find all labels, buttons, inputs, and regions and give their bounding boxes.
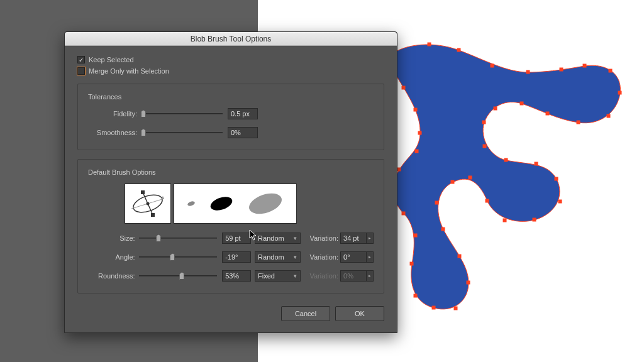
keep-selected-row: Keep Selected bbox=[77, 56, 384, 63]
size-variation-value[interactable]: 34 pt bbox=[340, 233, 367, 244]
svg-rect-32 bbox=[410, 262, 413, 265]
svg-rect-7 bbox=[609, 69, 612, 72]
angle-variation-value[interactable]: 0° bbox=[340, 251, 367, 263]
dialog-titlebar[interactable]: Blob Brush Tool Options bbox=[65, 32, 397, 46]
fidelity-label: Fidelity: bbox=[88, 110, 137, 118]
dialog-buttons: Cancel OK bbox=[77, 306, 384, 321]
svg-rect-16 bbox=[504, 158, 508, 162]
merge-only-row: Merge Only with Selection bbox=[77, 67, 384, 75]
fidelity-slider[interactable] bbox=[141, 109, 223, 118]
tolerances-title: Tolerances bbox=[88, 93, 374, 101]
roundness-slider[interactable] bbox=[139, 272, 217, 280]
size-row: Size: 59 pt Random ▼ Variation: 34 pt ▸ bbox=[88, 233, 374, 244]
svg-rect-4 bbox=[526, 70, 530, 74]
svg-rect-38 bbox=[418, 131, 421, 134]
svg-point-51 bbox=[246, 191, 284, 216]
fidelity-row: Fidelity: 0.5 px bbox=[88, 108, 374, 119]
dialog-title: Blob Brush Tool Options bbox=[191, 35, 272, 43]
chevron-down-icon: ▼ bbox=[292, 236, 297, 241]
svg-rect-15 bbox=[483, 145, 486, 148]
svg-rect-22 bbox=[486, 199, 489, 202]
svg-rect-47 bbox=[151, 213, 155, 217]
angle-value[interactable]: -19° bbox=[222, 251, 251, 263]
size-variation-label: Variation: bbox=[307, 234, 338, 242]
svg-rect-34 bbox=[402, 212, 405, 215]
angle-row: Angle: -19° Random ▼ Variation: 0° ▸ bbox=[88, 251, 374, 263]
svg-rect-20 bbox=[533, 218, 536, 221]
svg-rect-37 bbox=[415, 150, 418, 153]
roundness-label: Roundness: bbox=[88, 272, 135, 280]
svg-rect-46 bbox=[141, 190, 145, 194]
svg-rect-18 bbox=[555, 177, 558, 180]
cancel-button[interactable]: Cancel bbox=[281, 306, 330, 321]
tolerances-fieldset: Tolerances Fidelity: 0.5 px Smoothness: … bbox=[77, 84, 384, 150]
brush-size-preview bbox=[174, 184, 297, 224]
svg-point-50 bbox=[209, 195, 234, 212]
svg-rect-2 bbox=[457, 48, 460, 52]
svg-rect-11 bbox=[546, 112, 549, 115]
chevron-down-icon: ▼ bbox=[292, 255, 297, 260]
merge-only-checkbox[interactable] bbox=[77, 67, 85, 75]
angle-variation-stepper[interactable]: ▸ bbox=[366, 251, 374, 263]
size-label: Size: bbox=[88, 234, 135, 242]
brush-previews bbox=[125, 184, 374, 224]
svg-rect-26 bbox=[441, 228, 445, 231]
roundness-variation-label: Variation: bbox=[307, 272, 338, 280]
svg-rect-29 bbox=[454, 307, 457, 310]
svg-rect-28 bbox=[467, 281, 470, 284]
svg-rect-10 bbox=[577, 121, 580, 124]
svg-rect-5 bbox=[560, 68, 563, 71]
svg-rect-25 bbox=[435, 201, 438, 204]
angle-label: Angle: bbox=[88, 253, 135, 261]
svg-rect-23 bbox=[469, 176, 472, 179]
svg-rect-36 bbox=[397, 168, 401, 171]
svg-rect-14 bbox=[482, 121, 486, 124]
smoothness-slider[interactable] bbox=[141, 128, 223, 137]
svg-rect-19 bbox=[558, 200, 562, 203]
svg-rect-8 bbox=[618, 91, 621, 94]
angle-slider[interactable] bbox=[139, 253, 217, 261]
size-variation-stepper[interactable]: ▸ bbox=[366, 233, 374, 244]
svg-point-49 bbox=[187, 200, 196, 207]
smoothness-row: Smoothness: 0% bbox=[88, 127, 374, 138]
svg-rect-21 bbox=[503, 219, 506, 222]
dialog-body: Keep Selected Merge Only with Selection … bbox=[65, 46, 397, 332]
svg-rect-39 bbox=[414, 108, 417, 111]
size-slider[interactable] bbox=[139, 234, 217, 243]
angle-mode-select[interactable]: Random ▼ bbox=[255, 251, 301, 263]
smoothness-value[interactable]: 0% bbox=[228, 127, 258, 138]
svg-rect-31 bbox=[414, 294, 417, 297]
svg-rect-24 bbox=[451, 180, 454, 184]
svg-rect-13 bbox=[494, 107, 497, 110]
tool-options-dialog: Blob Brush Tool Options Keep Selected Me… bbox=[64, 31, 397, 333]
roundness-row: Roundness: 53% Fixed ▼ Variation: 0% ▸ bbox=[88, 270, 374, 282]
svg-rect-6 bbox=[583, 64, 586, 67]
keep-selected-label: Keep Selected bbox=[89, 56, 134, 63]
smoothness-label: Smoothness: bbox=[88, 129, 137, 136]
svg-rect-1 bbox=[428, 43, 431, 46]
roundness-value[interactable]: 53% bbox=[222, 270, 251, 282]
svg-rect-30 bbox=[432, 306, 435, 309]
svg-rect-9 bbox=[607, 114, 610, 118]
merge-only-label: Merge Only with Selection bbox=[89, 67, 169, 75]
svg-rect-17 bbox=[535, 162, 538, 165]
svg-point-48 bbox=[147, 202, 150, 206]
keep-selected-checkbox[interactable] bbox=[77, 56, 85, 63]
fidelity-value[interactable]: 0.5 px bbox=[228, 108, 258, 119]
chevron-down-icon: ▼ bbox=[292, 273, 297, 279]
size-value[interactable]: 59 pt bbox=[222, 233, 251, 244]
brush-options-fieldset: Default Brush Options bbox=[77, 159, 384, 293]
svg-rect-40 bbox=[402, 86, 405, 89]
svg-rect-27 bbox=[458, 255, 461, 258]
angle-variation-label: Variation: bbox=[307, 253, 338, 261]
roundness-variation-value: 0% bbox=[340, 270, 367, 282]
ok-button[interactable]: OK bbox=[335, 306, 384, 321]
svg-rect-33 bbox=[414, 234, 417, 237]
roundness-variation-stepper: ▸ bbox=[366, 270, 374, 282]
brush-angle-preview[interactable] bbox=[125, 184, 171, 224]
roundness-mode-select[interactable]: Fixed ▼ bbox=[255, 270, 301, 282]
brush-options-title: Default Brush Options bbox=[88, 168, 374, 176]
svg-rect-3 bbox=[491, 64, 494, 67]
svg-rect-12 bbox=[520, 102, 523, 105]
size-mode-select[interactable]: Random ▼ bbox=[255, 233, 301, 244]
